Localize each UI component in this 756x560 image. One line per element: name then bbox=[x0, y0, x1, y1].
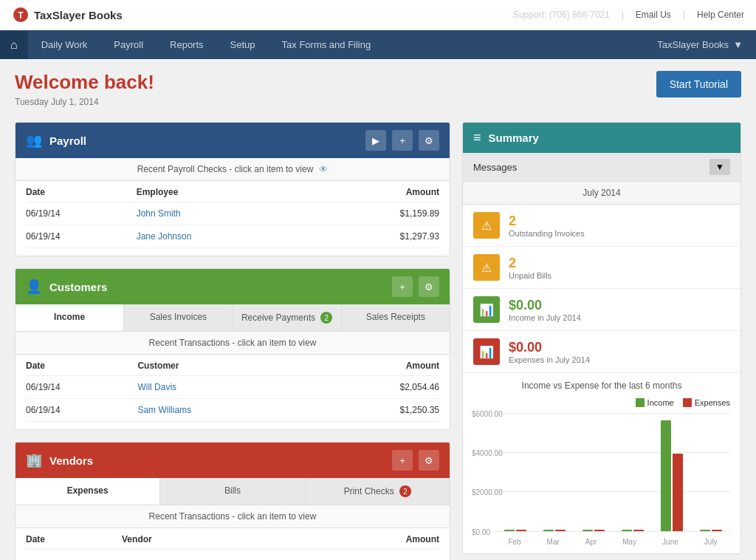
customers-add-button[interactable]: + bbox=[392, 276, 413, 297]
main-content: Welcome back! Tuesday July 1, 2014 Start… bbox=[0, 59, 756, 560]
vendors-tab-print-checks[interactable]: Print Checks 2 bbox=[306, 478, 450, 505]
right-column: ≡ Summary Messages ▼ July 2014 ⚠ 2 Outst… bbox=[462, 122, 741, 560]
income-label: Income in July 2014 bbox=[509, 313, 581, 322]
customers-tab-income[interactable]: Income bbox=[16, 304, 124, 331]
customers-tab-invoices[interactable]: Sales Invoices bbox=[124, 304, 233, 331]
bar-may-income bbox=[622, 530, 632, 531]
legend-income: Income bbox=[636, 398, 674, 407]
summary-item-outstanding: ⚠ 2 Outstanding Invoices bbox=[463, 205, 740, 247]
payroll-row1-amount: $1,297.93 bbox=[313, 225, 439, 248]
customers-card: 👤 Customers + ⚙ Income Sales Invoices bbox=[15, 268, 450, 430]
payroll-settings-button[interactable]: ⚙ bbox=[419, 130, 439, 151]
vendors-col-date: Date bbox=[26, 528, 122, 550]
customers-tab-receipts[interactable]: Sales Receipts bbox=[342, 304, 450, 331]
bar-mar-income bbox=[543, 530, 554, 531]
payroll-subheader: Recent Payroll Checks - click an item to… bbox=[16, 158, 450, 181]
payroll-row0-amount: $1,159.89 bbox=[313, 202, 439, 225]
expense-legend-label: Expenses bbox=[695, 398, 730, 407]
payroll-title: Payroll bbox=[49, 134, 365, 147]
nav-payroll[interactable]: Payroll bbox=[100, 30, 157, 59]
bar-june-income bbox=[661, 420, 671, 531]
customers-actions: + ⚙ bbox=[392, 276, 439, 297]
customers-row0-amount: $2,054.46 bbox=[312, 376, 439, 399]
nav-brand[interactable]: TaxSlayer Books ▼ bbox=[644, 30, 756, 59]
chart-label-june: June bbox=[662, 538, 678, 546]
payroll-add-button[interactable]: + bbox=[392, 130, 413, 151]
grid-label-0: $0.00 bbox=[472, 528, 490, 536]
customers-tab-receive-payments[interactable]: Receive Payments 2 bbox=[233, 304, 342, 331]
nav-reports[interactable]: Reports bbox=[157, 30, 217, 59]
left-column: 👥 Payroll ▶ + ⚙ Recent Payroll Checks - … bbox=[15, 122, 450, 560]
svg-text:T: T bbox=[18, 10, 24, 21]
expenses-text: $0.00 Expenses in July 2014 bbox=[509, 340, 590, 364]
payroll-table-wrap: Date Employee Amount 06/19/14 John Smith… bbox=[16, 181, 450, 256]
chart-section: Income vs Expense for the last 6 months … bbox=[463, 373, 740, 553]
customers-body: Date Customer Amount 06/19/14 Will Davis… bbox=[16, 355, 450, 429]
nav-tax-forms[interactable]: Tax Forms and Filing bbox=[269, 30, 385, 59]
expenses-label: Expenses in July 2014 bbox=[509, 355, 590, 364]
outstanding-invoices-text: 2 Outstanding Invoices bbox=[509, 214, 585, 238]
app-logo: T TaxSlayer Books bbox=[12, 6, 123, 24]
customers-row1-amount: $1,250.35 bbox=[312, 399, 439, 422]
chart-title: Income vs Expense for the last 6 months bbox=[473, 380, 730, 391]
summary-messages-dropdown[interactable]: ▼ bbox=[709, 159, 730, 175]
payroll-subheader-text: Recent Payroll Checks - click an item to… bbox=[137, 164, 314, 174]
summary-card: ≡ Summary Messages ▼ July 2014 ⚠ 2 Outst… bbox=[462, 122, 741, 554]
customers-row0-customer[interactable]: Will Davis bbox=[137, 382, 176, 392]
customers-col-customer: Customer bbox=[137, 355, 312, 376]
bar-june-expense bbox=[673, 454, 683, 531]
expense-legend-dot bbox=[683, 398, 692, 407]
bar-apr-expense bbox=[594, 530, 605, 531]
summary-messages-row: Messages ▼ bbox=[463, 153, 740, 182]
chart-group-july bbox=[700, 530, 722, 531]
customers-row0-date: 06/19/14 bbox=[26, 376, 137, 399]
vendors-actions: + ⚙ bbox=[392, 450, 439, 471]
vendors-add-button[interactable]: + bbox=[392, 450, 413, 471]
payroll-col-employee: Employee bbox=[137, 181, 313, 202]
customers-settings-button[interactable]: ⚙ bbox=[419, 276, 439, 297]
payroll-header: 👥 Payroll ▶ + ⚙ bbox=[16, 123, 450, 158]
top-bar: T TaxSlayer Books Support: (706) 868-702… bbox=[0, 0, 756, 30]
payroll-icon: 👥 bbox=[26, 132, 42, 148]
chart-label-july: July bbox=[704, 538, 718, 546]
summary-item-income: 📊 $0.00 Income in July 2014 bbox=[463, 289, 740, 331]
customers-col-amount: Amount bbox=[312, 355, 439, 376]
chart-bars bbox=[495, 413, 730, 531]
vendors-tab-expenses[interactable]: Expenses bbox=[16, 478, 160, 505]
receive-payments-badge: 2 bbox=[320, 312, 332, 324]
chart-group-apr bbox=[583, 530, 605, 531]
nav-daily-work[interactable]: Daily Work bbox=[28, 30, 101, 59]
bar-may-expense bbox=[633, 530, 644, 531]
vendors-tab-bills[interactable]: Bills bbox=[160, 478, 305, 505]
payroll-row1-employee[interactable]: Jane Johnson bbox=[137, 231, 192, 242]
support-phone: Support: (706) 868-7021 bbox=[513, 10, 610, 20]
start-tutorial-button[interactable]: Start Tutorial bbox=[656, 71, 741, 98]
vendors-title: Vendors bbox=[49, 454, 392, 467]
vendors-col-amount: Amount bbox=[272, 528, 439, 550]
payroll-row0-employee[interactable]: John Smith bbox=[137, 208, 181, 219]
outstanding-invoices-count: 2 bbox=[509, 214, 585, 229]
vendors-settings-button[interactable]: ⚙ bbox=[419, 450, 439, 471]
customers-row1-date: 06/19/14 bbox=[26, 399, 137, 422]
chart-label-may: May bbox=[622, 538, 636, 546]
nav-right: TaxSlayer Books ▼ bbox=[644, 30, 756, 59]
app-name: TaxSlayer Books bbox=[34, 9, 123, 21]
summary-item-expenses: 📊 $0.00 Expenses in July 2014 bbox=[463, 331, 740, 373]
top-bar-right: Support: (706) 868-7021 | Email Us | Hel… bbox=[513, 10, 744, 20]
table-row bbox=[26, 550, 439, 561]
customers-row1-customer[interactable]: Sam Williams bbox=[137, 405, 191, 415]
home-button[interactable]: ⌂ bbox=[0, 31, 28, 59]
unpaid-bills-label: Unpaid Bills bbox=[509, 271, 551, 280]
email-us-link[interactable]: Email Us bbox=[636, 10, 671, 20]
help-center-link[interactable]: Help Center bbox=[697, 10, 744, 20]
nav-setup[interactable]: Setup bbox=[217, 30, 269, 59]
payroll-play-button[interactable]: ▶ bbox=[365, 130, 386, 151]
chart-label-mar: Mar bbox=[547, 538, 560, 546]
nav-bar: ⌂ Daily Work Payroll Reports Setup Tax F… bbox=[0, 30, 756, 59]
welcome-title: Welcome back! bbox=[15, 71, 154, 94]
chart-label-feb: Feb bbox=[508, 538, 520, 546]
summary-messages-label: Messages bbox=[473, 162, 709, 173]
unpaid-bills-text: 2 Unpaid Bills bbox=[509, 256, 551, 280]
payroll-col-date: Date bbox=[26, 181, 137, 202]
chart-legend: Income Expenses bbox=[473, 398, 730, 407]
